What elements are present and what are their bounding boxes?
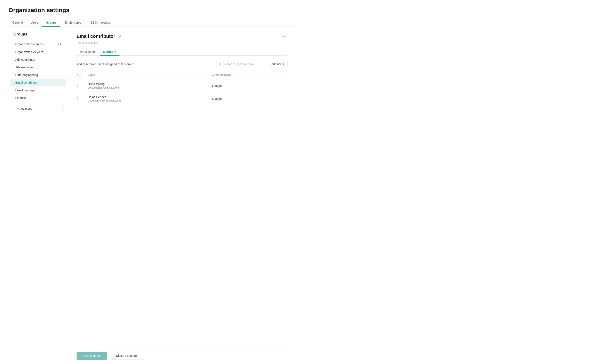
table-header-row: NAME AUTH METHOD (77, 72, 288, 79)
tab-workspaces[interactable]: Workspaces (77, 48, 100, 56)
sidebar-item-label: Data engineering (15, 73, 38, 77)
tab-users[interactable]: Users (27, 19, 42, 27)
row-1-user-name: Olivia Cheng (88, 82, 207, 86)
sidebar-item-org-admins[interactable]: Organization admins ⚙ (10, 40, 66, 48)
row-2-user-email: chloe.bennett@example.com (88, 99, 207, 102)
gear-icon: ⚙ (58, 42, 61, 46)
tab-general[interactable]: General (9, 19, 27, 27)
add-group-button[interactable]: + Add group (14, 105, 63, 112)
members-toolbar: Add or remove users assigned to this gro… (77, 61, 288, 67)
sidebar-item-label: Organization admins (15, 42, 42, 46)
row-1-checkbox-cell (77, 79, 85, 92)
sidebar-item-label: Email contributor (15, 81, 38, 84)
sidebar-item-data-engineering[interactable]: Data engineering (10, 71, 66, 79)
row-1-checkbox[interactable] (77, 84, 81, 87)
main-layout: Groups Organization admins ⚙ Organizatio… (9, 27, 296, 364)
page-title: Organization settings (9, 7, 296, 13)
row-2-user-cell: Chloe Bennett chloe.bennett@example.com (85, 92, 209, 105)
save-changes-button[interactable]: Save changes (77, 352, 107, 360)
content-header-left: Email contributor (77, 34, 123, 39)
row-2-checkbox[interactable] (77, 97, 81, 100)
more-options-button[interactable]: ⋯ (279, 33, 288, 40)
row-2-checkbox-cell (77, 92, 85, 105)
tab-sso-mappings[interactable]: SSO mappings (87, 19, 115, 27)
pencil-icon (118, 35, 122, 38)
sidebar-item-email-contributor[interactable]: Email contributor (10, 79, 66, 86)
content-area: Email contributor ⋯ Add a description...… (68, 27, 296, 364)
row-1-auth-method: Google (209, 79, 288, 92)
table-col-checkbox (77, 72, 85, 79)
tab-sso[interactable]: Single sign-on (60, 19, 87, 27)
svg-line-1 (221, 64, 221, 65)
content-header: Email contributor ⋯ (77, 33, 288, 40)
sidebar-item-label: Finance (15, 96, 26, 100)
sidebar-item-finance[interactable]: Finance (10, 94, 66, 102)
sidebar-item-email-manager[interactable]: Email manager (10, 86, 66, 94)
sidebar-item-label: Email manager (15, 89, 35, 92)
members-description: Add or remove users assigned to this gro… (77, 63, 135, 66)
tab-members[interactable]: Members (100, 48, 120, 56)
bottom-bar: Save changes Discard changes (77, 347, 288, 364)
row-2-auth-method: Google (209, 92, 288, 105)
table-col-name: NAME (85, 72, 209, 79)
page-wrapper: Organization settings General Users Grou… (0, 0, 304, 364)
row-1-user-email: olivia.cheng@example.com (88, 86, 207, 89)
sidebar-item-label: Ads contributor (15, 58, 35, 61)
sidebar-item-ads-contributor[interactable]: Ads contributor (10, 56, 66, 64)
sidebar-item-label: Ads manager (15, 66, 33, 69)
members-actions: + Add users (216, 61, 288, 67)
select-all-checkbox[interactable] (77, 73, 81, 77)
inner-tabs: Workspaces Members (77, 48, 288, 56)
table-row: Olivia Cheng olivia.cheng@example.com Go… (77, 79, 288, 92)
group-title: Email contributor (77, 34, 115, 39)
sidebar: Groups Organization admins ⚙ Organizatio… (9, 27, 68, 364)
members-table: NAME AUTH METHOD Olivia Cheng olivia.che… (77, 72, 288, 105)
discard-changes-button[interactable]: Discard changes (110, 352, 144, 360)
sidebar-item-ads-manager[interactable]: Ads manager (10, 64, 66, 71)
table-col-auth: AUTH METHOD (209, 72, 288, 79)
row-2-user-name: Chloe Bennett (88, 95, 207, 99)
search-icon (219, 63, 222, 66)
tab-groups[interactable]: Groups (42, 19, 60, 27)
table-row: Chloe Bennett chloe.bennett@example.com … (77, 92, 288, 105)
group-description[interactable]: Add a description... (77, 41, 288, 44)
top-nav: General Users Groups Single sign-on SSO … (9, 19, 296, 27)
search-input[interactable] (223, 63, 260, 66)
add-users-button[interactable]: + Add users (266, 61, 288, 67)
sidebar-item-org-viewers[interactable]: Organization viewers (10, 48, 66, 56)
sidebar-title: Groups (9, 32, 68, 40)
search-box[interactable] (216, 61, 263, 67)
sidebar-item-label: Organization viewers (15, 50, 43, 54)
row-1-user-cell: Olivia Cheng olivia.cheng@example.com (85, 79, 209, 92)
edit-group-name-button[interactable] (117, 34, 123, 39)
ellipsis-icon: ⋯ (281, 34, 286, 39)
